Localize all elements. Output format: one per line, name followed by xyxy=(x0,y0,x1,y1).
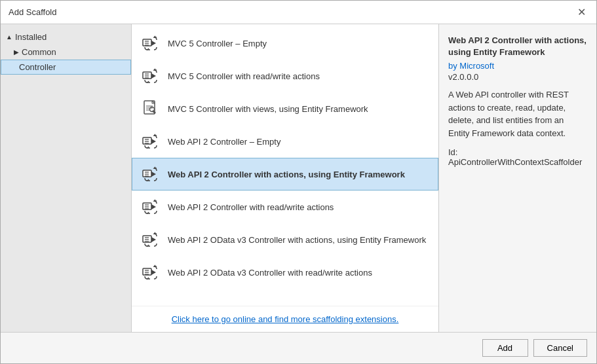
installed-arrow-icon: ▲ xyxy=(6,33,12,41)
info-author: by Microsoft xyxy=(448,61,587,71)
sidebar: ▲ Installed ▶ Common Controller xyxy=(1,24,132,332)
scaffold-item-label: MVC 5 Controller – Empty xyxy=(168,39,267,48)
scaffold-item-label: Web API 2 Controller with actions, using… xyxy=(168,170,405,179)
dialog-footer: Add Cancel xyxy=(1,332,596,363)
scaffold-item-icon xyxy=(140,262,161,283)
dialog-body: ▲ Installed ▶ Common Controller xyxy=(1,24,596,332)
info-title: Web API 2 Controller with actions, using… xyxy=(448,35,587,58)
scaffold-item[interactable]: Web API 2 OData v3 Controller with read/… xyxy=(132,256,438,289)
scaffold-item-label: Web API 2 Controller – Empty xyxy=(168,137,280,147)
scaffold-item[interactable]: MVC 5 Controller – Empty xyxy=(132,27,438,60)
common-label: Common xyxy=(22,47,56,57)
sidebar-installed-section[interactable]: ▲ Installed xyxy=(1,29,131,45)
scaffold-item-icon xyxy=(140,196,161,217)
scaffold-item[interactable]: Web API 2 Controller with actions, using… xyxy=(132,158,438,191)
scaffold-item-icon xyxy=(140,98,161,119)
scaffold-item[interactable]: Web API 2 Controller – Empty xyxy=(132,125,438,158)
sidebar-common-item[interactable]: ▶ Common xyxy=(1,45,131,60)
title-bar: Add Scaffold ✕ xyxy=(1,1,596,24)
cancel-button[interactable]: Cancel xyxy=(533,339,587,357)
add-button[interactable]: Add xyxy=(482,339,528,357)
info-id: Id: ApiControllerWithContextScaffolder xyxy=(448,147,587,167)
scaffold-item-icon xyxy=(140,131,161,152)
scaffold-item-icon xyxy=(140,33,161,54)
scaffold-item-label: Web API 2 OData v3 Controller with read/… xyxy=(168,268,372,278)
scaffold-item[interactable]: Web API 2 OData v3 Controller with actio… xyxy=(132,223,438,256)
online-link[interactable]: Click here to go online and find more sc… xyxy=(172,314,399,324)
common-arrow-icon: ▶ xyxy=(14,48,19,56)
svg-marker-22 xyxy=(151,172,156,177)
scaffold-item-label: MVC 5 Controller with views, using Entit… xyxy=(168,104,368,114)
close-button[interactable]: ✕ xyxy=(575,7,588,18)
scaffold-item-label: Web API 2 OData v3 Controller with actio… xyxy=(168,235,426,245)
scaffold-item[interactable]: Web API 2 Controller with read/write act… xyxy=(132,191,438,223)
svg-marker-1 xyxy=(151,41,156,46)
sidebar-item-controller[interactable]: Controller xyxy=(1,60,131,75)
svg-marker-6 xyxy=(151,73,156,79)
add-scaffold-dialog: Add Scaffold ✕ ▲ Installed ▶ Common Cont… xyxy=(0,0,597,364)
svg-marker-17 xyxy=(151,139,156,144)
svg-marker-27 xyxy=(151,204,156,209)
dialog-title: Add Scaffold xyxy=(9,7,56,17)
svg-marker-32 xyxy=(151,237,156,242)
scaffold-item-icon xyxy=(140,65,161,86)
scaffold-item[interactable]: MVC 5 Controller with read/write actions xyxy=(132,60,438,92)
online-link-section: Click here to go online and find more sc… xyxy=(132,306,438,332)
info-panel: Web API 2 Controller with actions, using… xyxy=(439,24,596,332)
main-panel: MVC 5 Controller – Empty MVC 5 Controlle… xyxy=(132,24,439,332)
info-version: v2.0.0.0 xyxy=(448,72,587,82)
scaffold-item-label: MVC 5 Controller with read/write actions xyxy=(168,71,320,81)
installed-label: Installed xyxy=(15,32,47,42)
info-description: A Web API controller with REST actions t… xyxy=(448,88,587,139)
scaffold-item-label: Web API 2 Controller with read/write act… xyxy=(168,202,334,212)
scaffold-item-icon xyxy=(140,229,161,250)
scaffold-item-icon xyxy=(140,164,161,185)
scaffold-item[interactable]: MVC 5 Controller with views, using Entit… xyxy=(132,92,438,125)
scaffold-list: MVC 5 Controller – Empty MVC 5 Controlle… xyxy=(132,24,438,306)
svg-marker-37 xyxy=(151,270,156,275)
controller-label: Controller xyxy=(19,62,56,72)
